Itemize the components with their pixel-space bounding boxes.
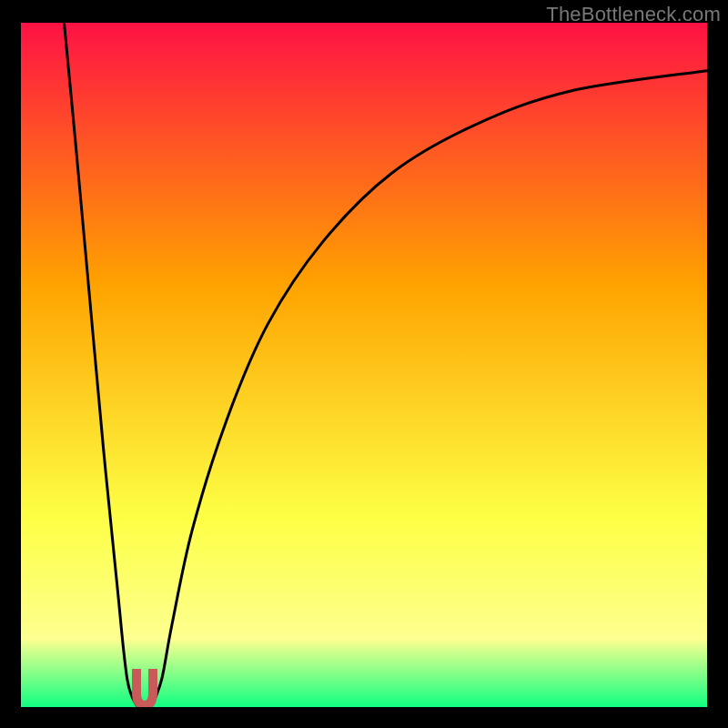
- plot-area: [21, 23, 707, 707]
- chart-svg: [21, 23, 707, 707]
- figure-root: TheBottleneck.com: [0, 0, 728, 728]
- watermark-text: TheBottleneck.com: [546, 3, 721, 26]
- background-gradient: [21, 23, 707, 707]
